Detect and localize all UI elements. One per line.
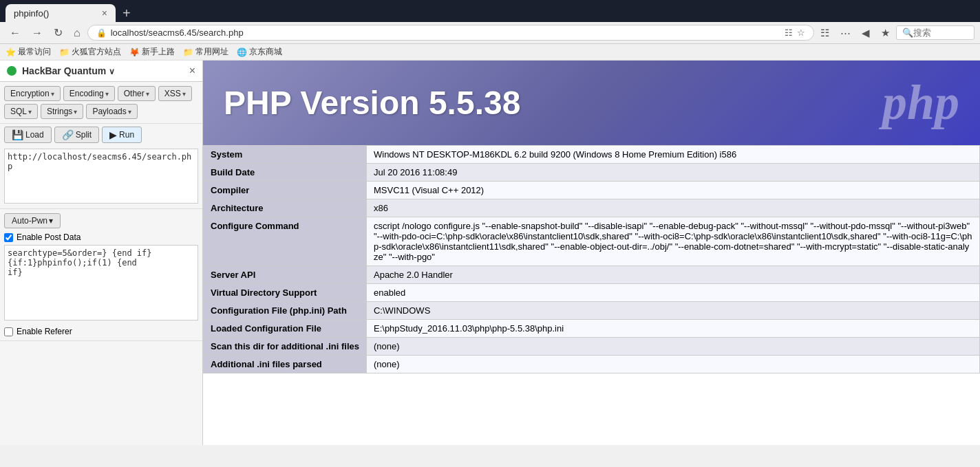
encryption-button[interactable]: Encryption ▾: [4, 86, 61, 101]
table-row: Build DateJul 20 2016 11:08:49: [204, 164, 980, 182]
extensions-button[interactable]: ☷: [817, 25, 833, 41]
table-key: Configuration File (php.ini) Path: [204, 302, 367, 320]
search-box[interactable]: 🔍: [896, 25, 974, 40]
hackbar-url-area: http://localhost/seacms6.45/search.php: [0, 146, 202, 209]
encoding-button[interactable]: Encoding ▾: [63, 86, 115, 101]
autopwn-arrow: ▾: [49, 216, 53, 226]
firefox-icon: 🦊: [129, 47, 140, 57]
more-options-button[interactable]: ⋯: [837, 25, 854, 41]
enable-post-label: Enable Post Data: [17, 232, 81, 242]
other-arrow: ▾: [146, 90, 149, 98]
tab-title: phpinfo(): [14, 8, 96, 19]
table-value: (none): [366, 338, 979, 356]
run-label: Run: [119, 130, 134, 140]
other-button[interactable]: Other ▾: [118, 86, 156, 101]
load-button[interactable]: 💾 Load: [4, 127, 52, 143]
autopwn-label: Auto-Pwn: [12, 216, 47, 226]
search-input[interactable]: [913, 28, 968, 38]
bookmark-label: 火狐官方站点: [72, 46, 121, 58]
table-value: MSVC11 (Visual C++ 2012): [366, 182, 979, 199]
folder-icon: 📁: [59, 47, 70, 57]
extension-icon: ☷: [785, 28, 793, 38]
bookmark-item-frequent[interactable]: ⭐ 最常访问: [6, 46, 51, 58]
search-icon: 🔍: [902, 28, 913, 38]
encoding-arrow: ▾: [105, 90, 109, 98]
table-value: C:\WINDOWS: [366, 302, 979, 320]
globe-icon: 🌐: [237, 47, 247, 57]
bookmark-item-jd[interactable]: 🌐 京东商城: [237, 46, 282, 58]
forward-button[interactable]: →: [28, 25, 47, 41]
sql-button[interactable]: SQL ▾: [4, 104, 38, 119]
enable-referer-checkbox[interactable]: [4, 327, 13, 336]
other-label: Other: [124, 89, 145, 98]
table-value: Jul 20 2016 11:08:49: [366, 164, 979, 182]
table-row: Server APIApache 2.0 Handler: [204, 266, 980, 284]
tab-close-button[interactable]: ×: [102, 8, 107, 19]
table-key: Compiler: [204, 182, 367, 199]
bookmarks-bar: ⭐ 最常访问 📁 火狐官方站点 🦊 新手上路 📁 常用网址 🌐 京东商城: [0, 44, 980, 61]
xss-arrow: ▾: [182, 90, 186, 98]
bookmark-label: 新手上路: [142, 46, 175, 58]
phpinfo-panel: PHP Version 5.5.38 php SystemWindows NT …: [203, 61, 980, 445]
strings-label: Strings: [47, 107, 72, 116]
home-button[interactable]: ⌂: [70, 25, 85, 41]
enable-referer-label: Enable Referer: [17, 327, 72, 336]
table-row: Loaded Configuration FileE:\phpStudy_201…: [204, 320, 980, 338]
bookmark-label: 常用网址: [195, 46, 228, 58]
table-row: CompilerMSVC11 (Visual C++ 2012): [204, 182, 980, 199]
split-button[interactable]: 🔗 Split: [54, 127, 99, 143]
new-tab-button[interactable]: +: [118, 6, 135, 21]
table-key: Configure Command: [204, 217, 367, 266]
table-row: Architecturex86: [204, 199, 980, 217]
hackbar-title: HackBar Quantum ∨: [22, 65, 189, 76]
back-button[interactable]: ←: [6, 25, 25, 41]
bookmark-star-icon[interactable]: ☆: [797, 28, 805, 38]
table-key: Scan this dir for additional .ini files: [204, 338, 367, 356]
hackbar-toolbar: Encryption ▾ Encoding ▾ Other ▾ XSS ▾ SQ…: [0, 82, 202, 124]
load-icon: 💾: [12, 129, 23, 140]
run-icon: ▶: [109, 129, 117, 140]
encryption-arrow: ▾: [51, 90, 54, 98]
autopwn-button[interactable]: Auto-Pwn ▾: [4, 213, 61, 228]
bookmark-item-common[interactable]: 📁 常用网址: [183, 46, 228, 58]
split-label: Split: [76, 130, 92, 140]
strings-arrow: ▾: [74, 108, 77, 116]
encryption-label: Encryption: [10, 89, 50, 98]
adblock-button[interactable]: ◀: [858, 25, 873, 41]
xss-button[interactable]: XSS ▾: [158, 86, 192, 101]
strings-button[interactable]: Strings ▾: [41, 104, 83, 119]
load-label: Load: [25, 130, 44, 140]
table-key: Build Date: [204, 164, 367, 182]
table-row: SystemWindows NT DESKTOP-M186KDL 6.2 bui…: [204, 146, 980, 164]
table-value: Apache 2.0 Handler: [366, 266, 979, 284]
bookmark-item-firefox[interactable]: 📁 火狐官方站点: [59, 46, 121, 58]
table-row: Configure Commandcscript /nologo configu…: [204, 217, 980, 266]
table-key: Server API: [204, 266, 367, 284]
bookmark-item-newbie[interactable]: 🦊 新手上路: [129, 46, 175, 58]
table-row: Configuration File (php.ini) PathC:\WIND…: [204, 302, 980, 320]
sql-arrow: ▾: [28, 108, 32, 116]
table-row: Scan this dir for additional .ini files(…: [204, 338, 980, 356]
hackbar-close-button[interactable]: ×: [189, 65, 195, 77]
payloads-label: Payloads: [92, 107, 126, 116]
address-bar[interactable]: 🔒 localhost/seacms6.45/search.php ☷ ☆: [87, 25, 814, 41]
bookmark-button[interactable]: ★: [877, 25, 893, 41]
payloads-button[interactable]: Payloads ▾: [86, 104, 137, 119]
lock-icon: 🔒: [96, 28, 107, 38]
table-row: Additional .ini files parsed(none): [204, 356, 980, 373]
bookmark-label: 最常访问: [18, 46, 51, 58]
browser-chrome: phpinfo() × + ← → ↻ ⌂ 🔒 localhost/seacms…: [0, 0, 980, 61]
phpinfo-table: SystemWindows NT DESKTOP-M186KDL 6.2 bui…: [203, 145, 980, 373]
split-icon: 🔗: [62, 129, 74, 140]
php-logo: php: [882, 74, 959, 131]
table-value: (none): [366, 356, 979, 373]
table-key: Virtual Directory Support: [204, 284, 367, 302]
run-button[interactable]: ▶ Run: [102, 127, 142, 143]
url-textarea[interactable]: http://localhost/seacms6.45/search.php: [4, 149, 198, 204]
reload-button[interactable]: ↻: [50, 25, 67, 41]
table-key: Loaded Configuration File: [204, 320, 367, 338]
post-data-textarea[interactable]: searchtype=5&order=} {end if} {if:1}phpi…: [4, 245, 198, 321]
active-tab[interactable]: phpinfo() ×: [6, 4, 116, 22]
enable-post-checkbox[interactable]: [4, 233, 13, 242]
table-value: Windows NT DESKTOP-M186KDL 6.2 build 920…: [366, 146, 979, 164]
